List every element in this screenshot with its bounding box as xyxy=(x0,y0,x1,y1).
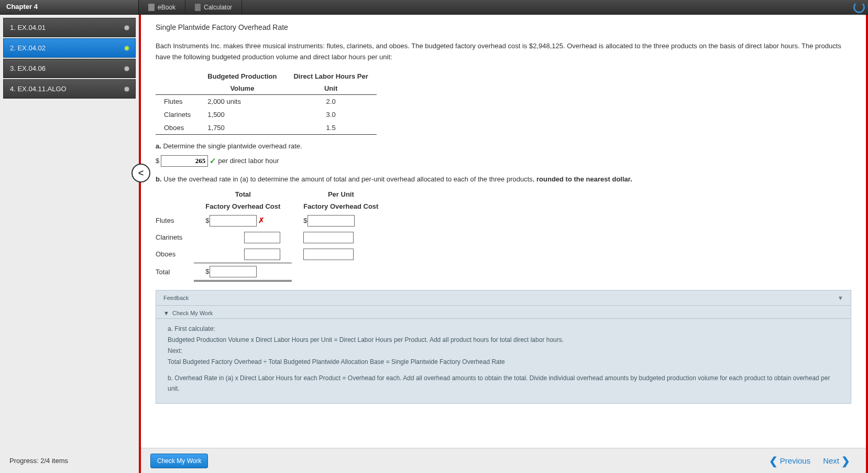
question-b-text: Use the overhead rate in (a) to determin… xyxy=(162,175,536,183)
next-button[interactable]: Next❯ xyxy=(817,454,856,467)
sidebar-item-ex-04-02[interactable]: 2. EX.04.02 xyxy=(3,38,136,58)
row-volume: 1,500 xyxy=(199,108,285,121)
sidebar-item-label: 3. EX.04.06 xyxy=(10,64,46,72)
col-header: Factory Overhead Cost xyxy=(292,200,390,212)
intro-paragraph: Bach Instruments Inc. makes three musica… xyxy=(156,41,851,63)
collapse-triangle-icon[interactable]: ▼ xyxy=(838,295,843,301)
chevron-left-icon: < xyxy=(138,168,144,179)
status-dot-icon xyxy=(125,87,129,91)
col-header: Volume xyxy=(199,82,285,95)
row-product: Total xyxy=(156,263,194,281)
page-title: Single Plantwide Factory Overhead Rate xyxy=(156,23,851,31)
row-product: Oboes xyxy=(156,246,194,263)
question-a-label: a. xyxy=(156,142,161,150)
check-correct-icon: ✓ xyxy=(210,156,216,166)
feedback-line: a. First calculate: xyxy=(168,324,839,334)
answer-table-b: Total Per Unit Factory Overhead Cost Fac… xyxy=(156,188,390,282)
flutes-perunit-input[interactable] xyxy=(307,215,355,227)
feedback-panel: Feedback ▼ ▼ Check My Work a. First calc… xyxy=(156,290,851,404)
clarinets-total-input[interactable] xyxy=(244,232,280,243)
row-product: Flutes xyxy=(156,94,199,108)
row-product: Flutes xyxy=(156,212,194,229)
answer-a-suffix: per direct labor hour xyxy=(218,157,279,165)
total-input[interactable] xyxy=(210,266,257,277)
expand-triangle-icon[interactable]: ▼ xyxy=(163,310,169,316)
row-product: Oboes xyxy=(156,121,199,135)
sidebar-item-ex-04-01[interactable]: 1. EX.04.01 xyxy=(3,18,136,37)
sidebar-item-label: 2. EX.04.02 xyxy=(10,44,46,52)
row-hours: 1.5 xyxy=(285,121,376,135)
question-b-bold: rounded to the nearest dollar. xyxy=(536,175,632,183)
flutes-total-input[interactable] xyxy=(210,215,257,227)
top-toolbar: Chapter 4 eBook Calculator xyxy=(0,0,868,15)
cross-incorrect-icon: ✗ xyxy=(258,216,265,224)
sidebar-item-label: 1. EX.04.01 xyxy=(10,24,46,31)
status-dot-icon xyxy=(125,26,129,30)
row-product: Clarinets xyxy=(156,108,199,121)
feedback-line: Next: xyxy=(168,346,839,356)
production-table: Budgeted Production Direct Labor Hours P… xyxy=(156,70,377,135)
calculator-label: Calculator xyxy=(204,4,232,11)
row-volume: 2,000 units xyxy=(199,94,285,108)
oboes-total-input[interactable] xyxy=(244,249,280,260)
footer-bar: Check My Work ❮Previous Next❯ xyxy=(141,448,866,473)
chevron-left-icon: ❮ xyxy=(769,457,778,465)
chevron-right-icon: ❯ xyxy=(841,457,850,465)
progress-label: Progress: 2/4 items xyxy=(3,452,136,470)
feedback-subtitle: Check My Work xyxy=(172,310,213,316)
sidebar-item-ex-04-06[interactable]: 3. EX.04.06 xyxy=(3,59,136,78)
row-product: Clarinets xyxy=(156,229,194,246)
chapter-title: Chapter 4 xyxy=(0,0,139,14)
loading-spinner-icon xyxy=(853,2,865,13)
dollar-sign: $ xyxy=(205,267,209,275)
col-header: Direct Labor Hours Per xyxy=(285,70,376,82)
sidebar-item-ex-04-11-algo[interactable]: 4. EX.04.11.ALGO xyxy=(3,79,136,99)
calculator-tab[interactable]: Calculator xyxy=(185,0,242,14)
question-b-label: b. xyxy=(156,175,162,183)
previous-button[interactable]: ❮Previous xyxy=(763,454,817,467)
ebook-tab[interactable]: eBook xyxy=(139,0,185,14)
check-my-work-button[interactable]: Check My Work xyxy=(150,454,208,468)
clarinets-perunit-input[interactable] xyxy=(303,232,354,243)
calculator-icon xyxy=(195,4,201,11)
status-dot-icon xyxy=(125,67,129,71)
dollar-sign: $ xyxy=(303,217,307,224)
question-a-text: Determine the single plantwide overhead … xyxy=(161,142,302,150)
col-header: Per Unit xyxy=(292,188,390,200)
feedback-title: Feedback xyxy=(163,295,189,301)
col-header: Factory Overhead Cost xyxy=(194,200,292,212)
ebook-label: eBook xyxy=(158,4,175,11)
collapse-sidebar-button[interactable]: < xyxy=(131,164,150,182)
answer-a-input[interactable] xyxy=(161,155,208,167)
oboes-perunit-input[interactable] xyxy=(303,249,354,260)
col-header: Unit xyxy=(285,82,376,95)
sidebar-item-label: 4. EX.04.11.ALGO xyxy=(10,85,67,93)
dollar-sign: $ xyxy=(156,157,159,165)
col-header: Total xyxy=(194,188,292,200)
dollar-sign: $ xyxy=(205,217,209,224)
feedback-line: b. Overhead Rate in (a) x Direct Labor H… xyxy=(168,373,839,393)
row-hours: 3.0 xyxy=(285,108,376,121)
col-header: Budgeted Production xyxy=(199,70,285,82)
next-label: Next xyxy=(823,456,839,465)
feedback-line: Budgeted Production Volume x Direct Labo… xyxy=(168,335,839,345)
row-hours: 2.0 xyxy=(285,94,376,108)
row-volume: 1,750 xyxy=(199,121,285,135)
sidebar: 1. EX.04.01 2. EX.04.02 3. EX.04.06 4. E… xyxy=(0,15,139,473)
feedback-line: Total Budgeted Factory Overhead ÷ Total … xyxy=(168,357,839,367)
previous-label: Previous xyxy=(780,456,810,465)
content-area: Single Plantwide Factory Overhead Rate B… xyxy=(141,15,866,448)
ebook-icon xyxy=(148,4,155,11)
question-a: a. Determine the single plantwide overhe… xyxy=(156,142,851,150)
question-b: b. Use the overhead rate in (a) to deter… xyxy=(156,175,851,183)
status-dot-icon xyxy=(125,46,129,50)
